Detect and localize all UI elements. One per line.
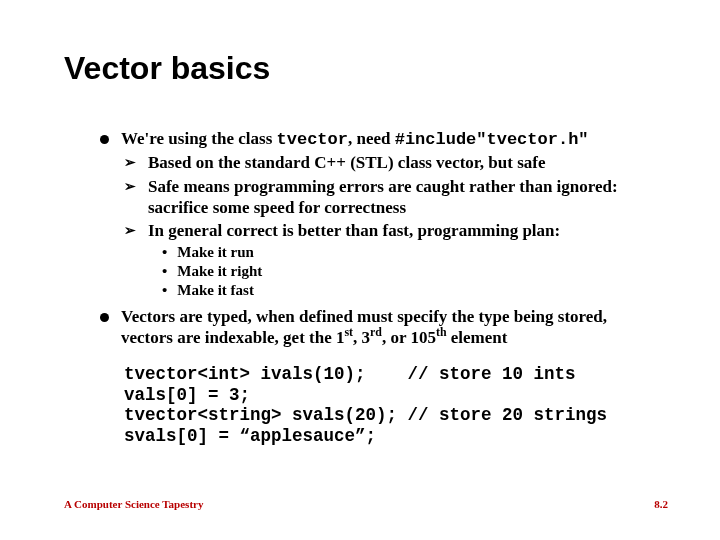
sub-bullet-2: ➢ Safe means programming errors are caug…: [124, 176, 660, 219]
bullet-2: Vectors are typed, when defined must spe…: [100, 306, 660, 349]
b1-prefix: We're using the class: [121, 129, 277, 148]
sub-bullet-1: ➢ Based on the standard C++ (STL) class …: [124, 152, 660, 173]
slide: Vector basics We're using the class tvec…: [0, 0, 720, 540]
b2-sup1: st: [344, 325, 353, 339]
code-block: tvector<int> ivals(10); // store 10 ints…: [124, 364, 660, 447]
b2-mid1: , 3: [353, 328, 370, 347]
bullet-icon: •: [162, 243, 167, 261]
b2-sup3: th: [436, 325, 447, 339]
bullet-icon: [100, 313, 109, 322]
b2-mid2: , or 105: [382, 328, 436, 347]
sub-bullet-3: ➢ In general correct is better than fast…: [124, 220, 660, 241]
bullet-icon: •: [162, 281, 167, 299]
sub-bullet-2-text: Safe means programming errors are caught…: [148, 176, 660, 219]
subsub-bullet-3: • Make it fast: [162, 281, 660, 300]
arrow-icon: ➢: [124, 222, 136, 240]
bullet-1-text: We're using the class tvector, need #inc…: [121, 128, 660, 150]
sub-bullet-1-text: Based on the standard C++ (STL) class ve…: [148, 152, 660, 173]
bullet-icon: [100, 135, 109, 144]
footer-left: A Computer Science Tapestry: [64, 498, 203, 510]
subsub-1-text: Make it run: [177, 243, 660, 262]
slide-body: We're using the class tvector, need #inc…: [100, 128, 660, 447]
subsub-bullet-1: • Make it run: [162, 243, 660, 262]
bullet-2-text: Vectors are typed, when defined must spe…: [121, 306, 660, 349]
sub-bullet-3-text: In general correct is better than fast, …: [148, 220, 660, 241]
footer-right: 8.2: [654, 498, 668, 510]
subsub-bullet-2: • Make it right: [162, 262, 660, 281]
page-title: Vector basics: [64, 50, 270, 87]
bullet-1: We're using the class tvector, need #inc…: [100, 128, 660, 150]
b1-code2: #include"tvector.h": [395, 130, 589, 149]
bullet-icon: •: [162, 262, 167, 280]
arrow-icon: ➢: [124, 178, 136, 196]
subsub-3-text: Make it fast: [177, 281, 660, 300]
b2-suffix: element: [447, 328, 508, 347]
arrow-icon: ➢: [124, 154, 136, 172]
b2-sup2: rd: [370, 325, 382, 339]
subsub-2-text: Make it right: [177, 262, 660, 281]
b1-code1: tvector: [277, 130, 348, 149]
b1-mid: , need: [348, 129, 395, 148]
